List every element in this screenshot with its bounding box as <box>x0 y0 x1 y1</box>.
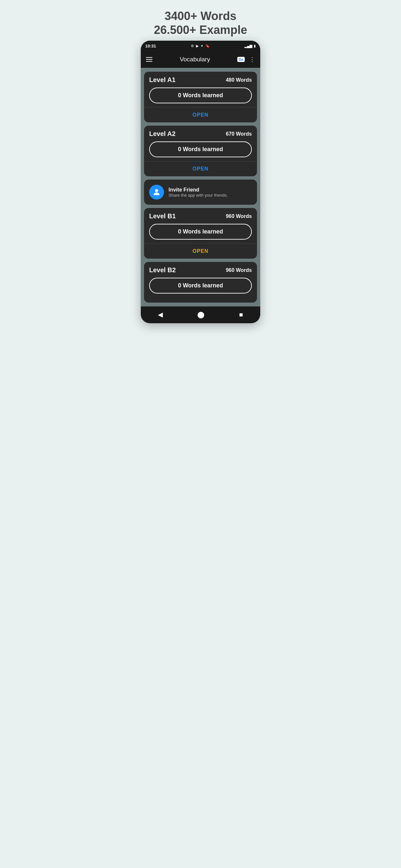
level-title-b2: Level B2 <box>149 267 176 274</box>
signal-icon: ▂▄▆ <box>244 44 252 48</box>
level-count-a2: 670 Words <box>226 131 252 137</box>
app-title: Vocabulary <box>180 56 210 63</box>
words-learned-b1: 0 Words learned <box>149 224 252 240</box>
nav-right-icons: Gx ⋮ <box>237 56 255 63</box>
level-count-b1: 960 Words <box>226 213 252 219</box>
level-count-b2: 960 Words <box>226 268 252 273</box>
level-title-b1: Level B1 <box>149 213 176 220</box>
level-header-b1: Level B1 960 Words <box>149 213 252 220</box>
nav-bar: Vocabulary Gx ⋮ <box>141 51 260 68</box>
invite-text: Invite Friend Share the app with your fr… <box>168 187 228 197</box>
main-content: Level A1 480 Words 0 Words learned OPEN … <box>141 68 260 306</box>
level-card-b2: Level B2 960 Words 0 Words learned <box>144 262 257 303</box>
back-button[interactable]: ◀ <box>158 311 163 318</box>
level-header-a2: Level A2 670 Words <box>149 130 252 137</box>
level-card-b1: Level B1 960 Words 0 Words learned OPEN <box>144 208 257 259</box>
words-learned-a2: 0 Words learned <box>149 142 252 157</box>
hamburger-line-3 <box>146 61 152 62</box>
level-card-a1: Level A1 480 Words 0 Words learned OPEN <box>144 72 257 122</box>
bottom-nav: ◀ ⬤ ■ <box>141 306 260 323</box>
level-header-b2: Level B2 960 Words <box>149 267 252 274</box>
star-icon: ✦ <box>201 44 204 48</box>
battery-icon: ▮ <box>254 44 256 48</box>
more-icon[interactable]: ⋮ <box>249 56 255 63</box>
recents-button[interactable]: ■ <box>239 311 243 318</box>
translate-icon[interactable]: Gx <box>237 57 245 62</box>
invite-avatar <box>149 185 164 199</box>
svg-point-0 <box>155 189 158 192</box>
status-bar: 10:31 ⚙ ▶ ✦ 🔖 ▂▄▆ ▮ <box>141 41 260 51</box>
home-button[interactable]: ⬤ <box>197 311 204 318</box>
level-header-a1: Level A1 480 Words <box>149 76 252 84</box>
person-icon <box>152 188 161 197</box>
phone-wrapper: 3400+ Words 26.500+ Example 10:31 ⚙ ▶ ✦ … <box>137 0 264 323</box>
level-title-a2: Level A2 <box>149 130 176 137</box>
bookmark-icon: 🔖 <box>205 44 210 48</box>
promo-section: 3400+ Words 26.500+ Example <box>147 3 253 41</box>
hamburger-menu[interactable] <box>146 57 152 62</box>
hamburger-line-2 <box>146 59 152 60</box>
level-card-a2: Level A2 670 Words 0 Words learned OPEN <box>144 126 257 176</box>
phone-frame: 10:31 ⚙ ▶ ✦ 🔖 ▂▄▆ ▮ Vocabulary Gx ⋮ <box>141 41 260 323</box>
promo-heading: 3400+ Words 26.500+ Example <box>154 9 247 37</box>
status-icons: ⚙ ▶ ✦ 🔖 <box>191 44 210 48</box>
invite-banner[interactable]: Invite Friend Share the app with your fr… <box>144 180 257 205</box>
open-button-b1[interactable]: OPEN <box>149 244 252 259</box>
level-count-a1: 480 Words <box>226 77 252 83</box>
open-button-a1[interactable]: OPEN <box>149 107 252 122</box>
settings-icon: ⚙ <box>191 44 194 48</box>
hamburger-line-1 <box>146 57 152 58</box>
status-right: ▂▄▆ ▮ <box>244 44 256 48</box>
invite-subtitle: Share the app with your friends. <box>168 193 228 197</box>
words-learned-b2: 0 Words learned <box>149 278 252 293</box>
play-icon: ▶ <box>196 44 198 48</box>
status-time: 10:31 <box>145 43 156 49</box>
open-button-a2[interactable]: OPEN <box>149 161 252 176</box>
level-title-a1: Level A1 <box>149 76 176 84</box>
invite-title: Invite Friend <box>168 187 228 193</box>
words-learned-a1: 0 Words learned <box>149 88 252 103</box>
